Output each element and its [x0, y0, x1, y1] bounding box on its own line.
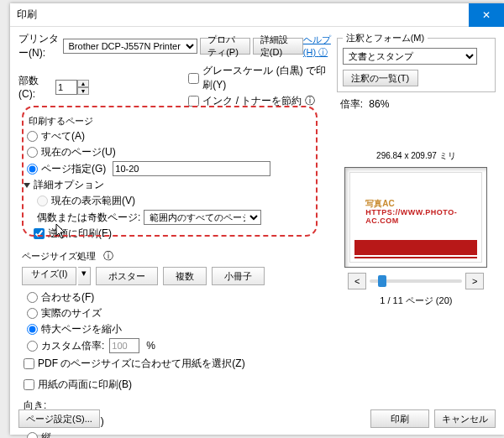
slider-thumb[interactable] — [378, 275, 386, 287]
watermark-url: HTTPS://WWW.PHOTO-AC.COM — [365, 208, 481, 225]
title-bar: 印刷 ✕ — [10, 3, 504, 27]
copies-label: 部数(C): — [18, 74, 52, 100]
custom-scale-input[interactable] — [109, 338, 139, 353]
chevron-down-icon[interactable]: ▾ — [78, 267, 91, 285]
multiple-tab[interactable]: 複数 — [163, 267, 207, 285]
grayscale-checkbox[interactable] — [188, 73, 199, 84]
page-slider[interactable] — [370, 279, 462, 283]
shrink-radio[interactable] — [27, 324, 38, 335]
current-view-label: 現在の表示範囲(V) — [51, 194, 135, 208]
grayscale-label: グレースケール (白黒) で印刷(Y) — [202, 64, 334, 92]
info-icon: ⓘ — [103, 250, 113, 262]
savetoner-checkbox[interactable] — [188, 96, 199, 107]
reverse-label: 逆順に印刷(E) — [48, 227, 112, 241]
info-icon: ⓘ — [318, 47, 328, 57]
preview-panel: 写真AC HTTPS://WWW.PHOTO-AC.COM — [344, 167, 487, 268]
properties-button[interactable]: プロパティ(P) — [200, 38, 250, 55]
chevron-right-icon: > — [472, 276, 477, 286]
more-options-label[interactable]: 詳細オプション — [34, 178, 104, 192]
page-range-label: ページ指定(G) — [41, 162, 106, 176]
custom-radio[interactable] — [27, 341, 38, 352]
print-button[interactable]: 印刷 — [370, 409, 429, 428]
page-range-radio[interactable] — [27, 164, 38, 175]
printer-select[interactable]: Brother DCP-J557N Printer — [63, 39, 197, 54]
close-icon: ✕ — [482, 9, 491, 21]
all-pages-label: すべて(A) — [41, 129, 85, 143]
page-count-label: 1 / 11 ページ (20) — [337, 295, 496, 307]
fit-radio[interactable] — [27, 292, 38, 303]
cancel-button[interactable]: キャンセル — [434, 409, 496, 428]
choose-paper-checkbox[interactable] — [24, 358, 34, 369]
all-pages-radio[interactable] — [27, 131, 38, 142]
current-page-label: 現在のページ(U) — [41, 145, 116, 159]
annotations-select[interactable]: 文書とスタンプ — [343, 48, 477, 65]
prev-page-button[interactable]: < — [348, 273, 366, 289]
spin-up-icon[interactable]: ▲ — [77, 80, 89, 87]
duplex-checkbox[interactable] — [24, 379, 34, 390]
spin-down-icon[interactable]: ▼ — [77, 87, 89, 95]
printer-label: プリンター(N): — [18, 32, 60, 60]
booklet-tab[interactable]: 小冊子 — [212, 267, 265, 285]
annotation-summary-button[interactable]: 注釈の一覧(T) — [343, 70, 418, 86]
window-title: 印刷 — [17, 8, 37, 22]
chevron-left-icon: < — [354, 276, 360, 286]
handling-legend: ページサイズ処理 — [18, 251, 99, 261]
current-view-radio[interactable] — [37, 196, 48, 206]
reverse-checkbox[interactable] — [34, 228, 45, 239]
size-tab[interactable]: サイズ(I) ▾ — [22, 267, 91, 285]
advanced-button[interactable]: 詳細設定(D) — [253, 38, 303, 55]
copies-input[interactable] — [55, 80, 77, 95]
scale-value: 86% — [369, 98, 389, 110]
annotations-group: 注釈とフォーム(M) 文書とスタンプ 注釈の一覧(T) — [337, 32, 496, 92]
poster-tab[interactable]: ポスター — [96, 267, 158, 285]
oddeven-select[interactable]: 範囲内のすべてのページ — [144, 210, 261, 225]
help-link[interactable]: ヘルプ(H) ⓘ — [303, 34, 335, 59]
actual-radio[interactable] — [27, 308, 38, 319]
collapse-icon[interactable] — [24, 183, 30, 188]
portrait-radio[interactable] — [27, 432, 38, 438]
preview-dims: 296.84 x 209.97 ミリ — [337, 150, 496, 162]
page-range-input[interactable] — [113, 161, 270, 176]
savetoner-label: インク / トナーを節約 — [202, 94, 302, 108]
print-dialog: 印刷 ✕ プリンター(N): Brother DCP-J557N Printer… — [10, 3, 504, 435]
next-page-button[interactable]: > — [465, 273, 484, 289]
info-icon: ⓘ — [305, 94, 315, 108]
page-setup-button[interactable]: ページ設定(S)... — [18, 409, 100, 428]
page-range-legend: 印刷するページ — [25, 116, 97, 126]
copies-stepper[interactable]: ▲ ▼ — [77, 80, 89, 95]
close-button[interactable]: ✕ — [469, 3, 504, 27]
current-page-radio[interactable] — [27, 147, 38, 158]
oddeven-label: 偶数または奇数ページ: — [37, 211, 140, 225]
scale-label: 倍率: — [340, 98, 363, 110]
